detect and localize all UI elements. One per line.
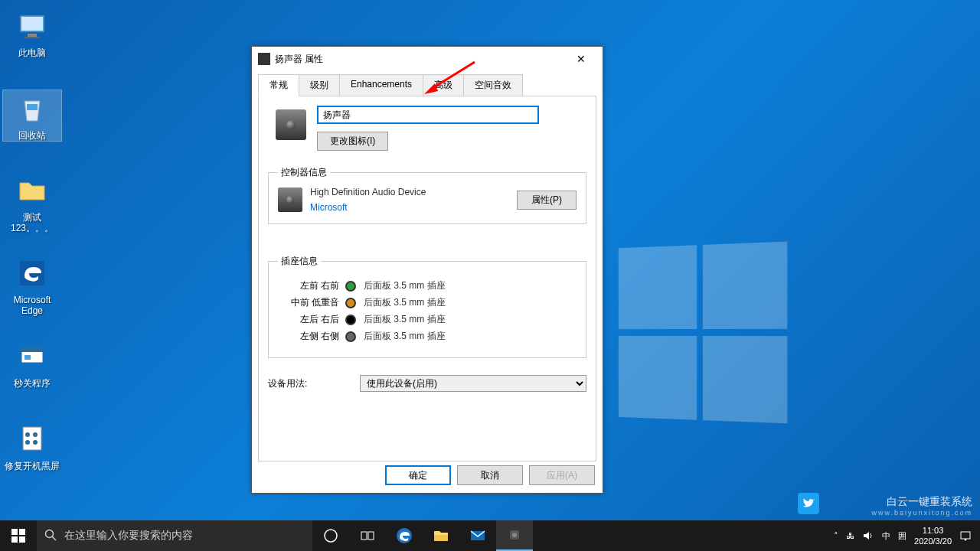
jack-row: 左侧 右侧后面板 3.5 mm 插座 [278, 330, 577, 343]
controller-info-group: 控制器信息 High Definition Audio Device Micro… [268, 166, 586, 224]
taskbar-mail-icon[interactable] [459, 520, 496, 551]
cortana-icon[interactable] [312, 520, 349, 551]
device-icon [276, 109, 306, 140]
svg-rect-2 [28, 34, 37, 37]
repair-icon [14, 421, 51, 458]
svg-point-22 [325, 530, 337, 542]
app-icon [14, 338, 51, 375]
tab-general[interactable]: 常规 [258, 74, 299, 96]
task-view-icon[interactable] [349, 520, 386, 551]
watermark: 白云一键重装系统 www.baiyunxitong.com [871, 495, 972, 517]
watermark-text: 白云一键重装系统 [871, 495, 972, 509]
jack-row: 中前 低重音后面板 3.5 mm 插座 [278, 296, 577, 309]
svg-rect-1 [21, 17, 43, 31]
svg-rect-23 [361, 532, 367, 540]
desktop-icon-label: 秒关程序 [3, 378, 61, 389]
jack-info-group: 插座信息 左前 右前后面板 3.5 mm 插座中前 低重音后面板 3.5 mm … [268, 255, 586, 358]
desktop-icon-label: 测试123。。。 [3, 212, 61, 233]
tray-volume-icon[interactable] [858, 520, 878, 551]
taskbar: 在这里输入你要搜索的内容 ˄ 🖧 中 囲 11:03 2020/3/20 [0, 520, 980, 551]
taskbar-apps [312, 520, 533, 551]
svg-rect-8 [24, 355, 31, 360]
start-button[interactable] [0, 520, 37, 551]
jack-legend: 插座信息 [278, 255, 321, 268]
recycle-bin-icon [14, 90, 51, 127]
cancel-button[interactable]: 取消 [457, 465, 523, 485]
svg-point-29 [512, 533, 517, 537]
svg-rect-7 [21, 347, 43, 352]
folder-icon [14, 172, 51, 209]
jack-row: 左后 右后后面板 3.5 mm 插座 [278, 313, 577, 326]
jack-desc: 后面板 3.5 mm 插座 [364, 330, 446, 343]
watermark-url: www.baiyunxitong.com [871, 509, 972, 517]
system-tray: ˄ 🖧 中 囲 11:03 2020/3/20 [830, 520, 980, 551]
desktop-icon-label: 回收站 [3, 130, 61, 141]
desktop-icon-app1[interactable]: 秒关程序 [3, 338, 61, 389]
jack-label: 左前 右前 [278, 279, 339, 292]
search-placeholder: 在这里输入你要搜索的内容 [64, 529, 193, 543]
controller-properties-button[interactable]: 属性(P) [517, 191, 577, 210]
taskbar-edge-icon[interactable] [386, 520, 423, 551]
tray-notifications-icon[interactable] [956, 520, 975, 551]
desktop-icon-app2[interactable]: 修复开机黑屏 [3, 421, 61, 471]
jack-color-icon [345, 298, 356, 308]
jack-color-icon [345, 315, 356, 325]
ok-button[interactable]: 确定 [385, 465, 451, 485]
controller-legend: 控制器信息 [278, 166, 330, 179]
tab-spatial[interactable]: 空间音效 [463, 74, 523, 96]
svg-rect-3 [24, 37, 40, 38]
device-usage-select[interactable]: 使用此设备(启用) [360, 375, 586, 392]
svg-rect-30 [961, 532, 970, 539]
svg-rect-18 [11, 536, 18, 543]
taskbar-explorer-icon[interactable] [423, 520, 459, 551]
taskbar-search[interactable]: 在这里输入你要搜索的内容 [37, 520, 312, 551]
tray-chevron-icon[interactable]: ˄ [830, 520, 842, 551]
windows-logo-bg [619, 242, 789, 425]
jack-label: 左侧 右侧 [278, 330, 339, 343]
speaker-properties-dialog: 扬声器 属性 ✕ 常规 级别 Enhancements 高级 空间音效 更改图标… [251, 46, 603, 494]
desktop-icon-label: Microsoft Edge [3, 295, 61, 316]
tray-net-icon[interactable]: 🖧 [842, 520, 858, 551]
jack-color-icon [345, 331, 356, 342]
taskbar-sound-icon[interactable] [496, 520, 533, 551]
controller-name: High Definition Audio Device [310, 187, 509, 197]
dialog-footer: 确定 取消 应用(A) [385, 465, 595, 485]
tray-clock[interactable]: 11:03 2020/3/20 [910, 520, 956, 551]
search-icon [44, 529, 57, 543]
jack-label: 中前 低重音 [278, 296, 339, 309]
jack-desc: 后面板 3.5 mm 插座 [364, 313, 446, 326]
desktop-icon-edge[interactable]: Microsoft Edge [3, 255, 61, 316]
watermark-icon [798, 493, 819, 514]
controller-vendor: Microsoft [310, 202, 509, 213]
controller-icon [278, 187, 302, 212]
tab-advanced[interactable]: 高级 [423, 74, 464, 96]
svg-point-12 [25, 440, 30, 445]
edge-icon [14, 255, 51, 292]
pc-icon [14, 8, 51, 44]
change-icon-button[interactable]: 更改图标(I) [317, 132, 388, 151]
apply-button[interactable]: 应用(A) [529, 465, 595, 485]
svg-point-10 [25, 432, 30, 437]
tray-ime2[interactable]: 囲 [894, 520, 910, 551]
desktop-icon-label: 修复开机黑屏 [3, 461, 61, 471]
titlebar[interactable]: 扬声器 属性 ✕ [252, 47, 603, 71]
tray-ime[interactable]: 中 [878, 520, 894, 551]
desktop-icon-folder[interactable]: 测试123。。。 [3, 172, 61, 233]
device-name-input[interactable] [317, 106, 539, 124]
desktop-icon-recycle-bin[interactable]: 回收站 [3, 90, 61, 141]
tab-enhancements[interactable]: Enhancements [339, 74, 423, 96]
jack-label: 左后 右后 [278, 313, 339, 326]
svg-point-11 [33, 432, 38, 437]
svg-rect-19 [19, 536, 25, 543]
jack-desc: 后面板 3.5 mm 插座 [364, 279, 446, 292]
speaker-icon [258, 53, 270, 65]
window-title: 扬声器 属性 [275, 53, 323, 66]
desktop-icon-this-pc[interactable]: 此电脑 [3, 8, 61, 58]
svg-rect-24 [368, 532, 374, 540]
tab-levels[interactable]: 级别 [299, 74, 340, 96]
svg-rect-4 [27, 104, 38, 110]
svg-point-13 [33, 440, 38, 445]
jack-row: 左前 右前后面板 3.5 mm 插座 [278, 279, 577, 292]
jack-color-icon [345, 281, 356, 292]
close-button[interactable]: ✕ [566, 48, 596, 70]
